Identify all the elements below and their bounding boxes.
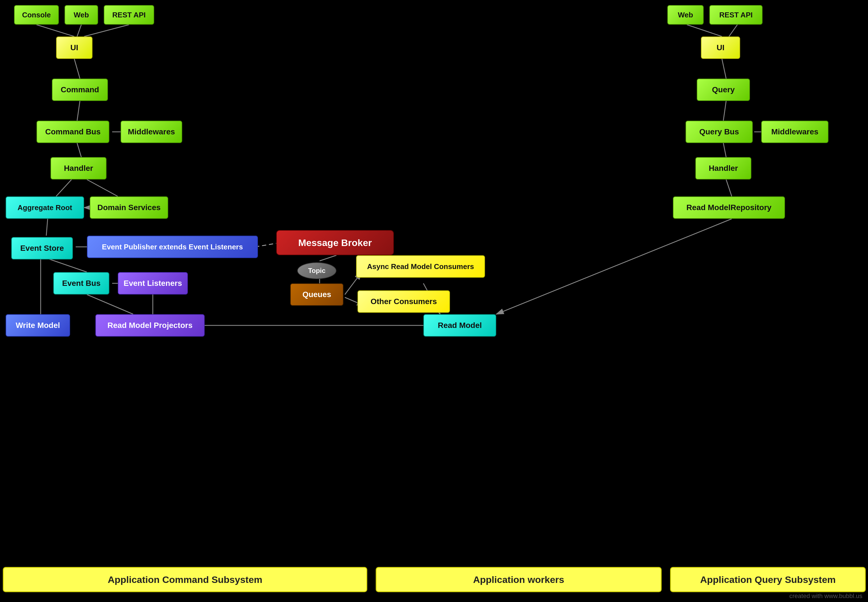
async-read-model-node: Async Read Model Consumers [356, 255, 485, 278]
domain-services-node: Domain Services [90, 197, 168, 219]
event-store-node: Event Store [11, 237, 73, 260]
rest-api-left-node: REST API [104, 5, 154, 25]
read-model-projectors-node: Read Model Projectors [95, 314, 205, 336]
svg-line-3 [74, 59, 80, 78]
credit-text: created with www.bubbl.us [790, 593, 862, 600]
aggregate-root-node: Aggregate Root [6, 197, 84, 219]
command-bus-node: Command Bus [37, 121, 109, 143]
queues-node: Queues [290, 283, 343, 306]
middlewares-left-node: Middlewares [121, 121, 182, 143]
svg-line-6 [77, 143, 81, 157]
handler-right-node: Handler [695, 157, 752, 180]
svg-line-1 [77, 25, 81, 37]
svg-line-11 [46, 258, 87, 272]
command-node: Command [52, 78, 108, 101]
command-subsystem-label: Application Command Subsystem [3, 567, 367, 592]
workers-label: Application workers [376, 567, 662, 592]
svg-line-25 [687, 25, 722, 37]
event-bus-node: Event Bus [53, 272, 109, 295]
svg-line-8 [87, 180, 118, 197]
svg-line-10 [46, 219, 47, 236]
middlewares-right-node: Middlewares [761, 121, 828, 143]
console-node: Console [14, 5, 59, 25]
query-node: Query [697, 78, 750, 101]
ui-right-node: UI [701, 37, 740, 59]
ui-left-node: UI [56, 37, 92, 59]
svg-line-31 [726, 180, 732, 197]
topic-node: Topic [297, 262, 337, 279]
event-publisher-node: Event Publisher extends Event Listeners [87, 236, 258, 258]
other-consumers-node: Other Consumers [357, 290, 450, 313]
svg-line-16 [87, 295, 133, 314]
handler-left-node: Handler [51, 157, 107, 180]
event-listeners-node: Event Listeners [118, 272, 188, 295]
svg-line-32 [496, 219, 732, 314]
svg-line-4 [77, 101, 80, 121]
read-model-repository-node: Read ModelRepository [673, 197, 785, 219]
svg-line-26 [729, 25, 737, 37]
svg-line-18 [320, 255, 337, 261]
svg-line-30 [723, 143, 726, 157]
svg-line-7 [56, 180, 72, 197]
rest-api-right-node: REST API [709, 5, 762, 25]
svg-line-0 [37, 25, 74, 37]
svg-line-28 [723, 101, 726, 121]
svg-line-2 [84, 25, 129, 37]
web-left-node: Web [64, 5, 98, 25]
query-bus-node: Query Bus [686, 121, 753, 143]
message-broker-node: Message Broker [276, 230, 394, 255]
svg-line-27 [722, 59, 726, 78]
write-model-node: Write Model [6, 314, 70, 336]
web-right-node: Web [667, 5, 704, 25]
query-subsystem-label: Application Query Subsystem [670, 567, 866, 592]
read-model-node: Read Model [423, 314, 496, 336]
